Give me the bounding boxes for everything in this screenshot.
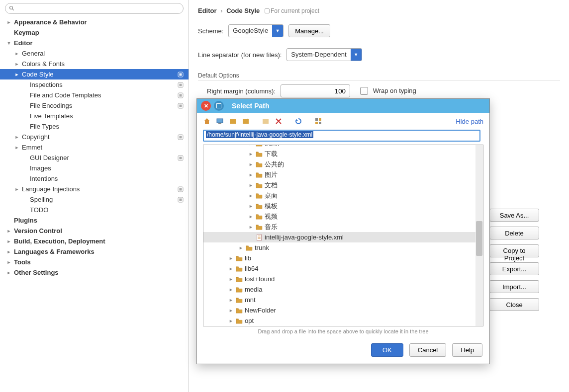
tree-twisty-icon[interactable]: ► xyxy=(14,187,20,192)
scrollbar[interactable] xyxy=(475,145,483,326)
close-icon[interactable]: ✕ xyxy=(201,101,211,111)
tree-twisty-icon[interactable]: ► xyxy=(248,193,254,198)
tree-twisty-icon[interactable]: ▼ xyxy=(6,41,12,46)
tree-twisty-icon[interactable]: ► xyxy=(248,225,254,230)
delete-button[interactable]: Delete xyxy=(489,227,539,239)
sidebar-item-other-settings[interactable]: ►Other Settings xyxy=(0,267,189,278)
tree-twisty-icon[interactable]: ► xyxy=(248,214,254,219)
tree-twisty-icon[interactable]: ► xyxy=(228,287,234,292)
file-tree-folder[interactable]: ►下载 xyxy=(203,149,483,159)
refresh-icon[interactable] xyxy=(294,117,302,125)
sidebar-item-gui-designer[interactable]: GUI Designer xyxy=(0,153,189,163)
sidebar-item-file-types[interactable]: File Types xyxy=(0,121,189,132)
tree-twisty-icon[interactable]: ► xyxy=(6,229,12,234)
tree-twisty-icon[interactable]: ► xyxy=(14,62,20,67)
tree-twisty-icon[interactable]: ► xyxy=(248,204,254,209)
sidebar-item-build-execution-deployment[interactable]: ►Build, Execution, Deployment xyxy=(0,236,189,246)
tree-twisty-icon[interactable]: ► xyxy=(228,277,234,282)
import-button[interactable]: Import... xyxy=(489,280,539,293)
file-tree-folder[interactable]: ►trunk xyxy=(203,145,483,149)
delete-icon[interactable] xyxy=(275,117,283,125)
file-tree[interactable]: ►trunk►下载►公共的►图片►文档►桌面►模板►视频►音乐intellij-… xyxy=(203,145,483,326)
manage-button[interactable]: Manage... xyxy=(288,24,330,37)
save-as-button[interactable]: Save As... xyxy=(489,209,539,222)
tree-twisty-icon[interactable]: ► xyxy=(6,260,12,265)
wrap-checkbox-wrapper[interactable]: Wrap on typing xyxy=(360,87,416,95)
tree-twisty-icon[interactable]: ► xyxy=(248,152,254,157)
sidebar-item-editor[interactable]: ▼Editor xyxy=(0,38,189,48)
file-tree-folder[interactable]: ►media xyxy=(203,284,483,295)
right-margin-input[interactable] xyxy=(281,84,350,97)
scrollbar-thumb[interactable] xyxy=(476,221,482,256)
tree-twisty-icon[interactable]: ► xyxy=(238,245,244,250)
sidebar-item-file-encodings[interactable]: File Encodings xyxy=(0,100,189,111)
breadcrumb-editor[interactable]: Editor xyxy=(198,7,217,14)
hide-path-link[interactable]: Hide path xyxy=(456,118,483,125)
tree-twisty-icon[interactable]: ► xyxy=(14,145,20,150)
ok-button[interactable]: OK xyxy=(371,343,403,357)
linesep-combo[interactable]: System-Dependent ▼ xyxy=(286,48,362,61)
sidebar-item-language-injections[interactable]: ►Language Injections xyxy=(0,184,189,194)
tree-twisty-icon[interactable]: ► xyxy=(248,162,254,167)
help-button[interactable]: Help xyxy=(452,343,482,357)
sidebar-item-plugins[interactable]: Plugins xyxy=(0,215,189,226)
dialog-titlebar[interactable]: ✕ Select Path xyxy=(197,99,489,113)
close-button[interactable]: Close xyxy=(489,298,539,311)
file-tree-folder[interactable]: ►音乐 xyxy=(203,222,483,232)
file-tree-folder[interactable]: ►lib xyxy=(203,253,483,263)
search-input[interactable] xyxy=(5,3,184,14)
file-tree-folder[interactable]: ►模板 xyxy=(203,201,483,211)
wrap-checkbox[interactable] xyxy=(360,87,368,95)
sidebar-item-images[interactable]: Images xyxy=(0,163,189,173)
tree-twisty-icon[interactable]: ► xyxy=(228,266,234,271)
desktop-icon[interactable] xyxy=(216,117,224,125)
tree-twisty-icon[interactable]: ► xyxy=(228,318,234,323)
sidebar-item-appearance-behavior[interactable]: ►Appearance & Behavior xyxy=(0,17,189,27)
copy-to-project-button[interactable]: Copy to Project xyxy=(489,244,539,257)
sidebar-item-colors-fonts[interactable]: ►Colors & Fonts xyxy=(0,59,189,69)
sidebar-item-live-templates[interactable]: Live Templates xyxy=(0,111,189,121)
sidebar-item-inspections[interactable]: Inspections xyxy=(0,79,189,90)
tree-twisty-icon[interactable]: ► xyxy=(228,298,234,303)
tree-twisty-icon[interactable]: ► xyxy=(248,145,254,146)
tree-twisty-icon[interactable]: ► xyxy=(248,183,254,188)
show-hidden-icon[interactable] xyxy=(314,117,322,125)
file-tree-folder[interactable]: ►trunk xyxy=(203,242,483,253)
file-tree-folder[interactable]: ►lost+found xyxy=(203,274,483,284)
sidebar-item-keymap[interactable]: Keymap xyxy=(0,27,189,38)
tree-twisty-icon[interactable]: ► xyxy=(14,51,20,56)
tree-twisty-icon[interactable]: ► xyxy=(14,72,20,77)
sidebar-item-general[interactable]: ►General xyxy=(0,48,189,59)
project-icon[interactable] xyxy=(229,117,237,125)
tree-twisty-icon[interactable]: ► xyxy=(6,20,12,25)
scheme-combo[interactable]: GoogleStyle ▼ xyxy=(228,24,284,37)
tree-twisty-icon[interactable]: ► xyxy=(14,135,20,140)
sidebar-item-languages-frameworks[interactable]: ►Languages & Frameworks xyxy=(0,246,189,257)
file-tree-folder[interactable]: ►mnt xyxy=(203,295,483,305)
file-tree-folder[interactable]: ►桌面 xyxy=(203,190,483,201)
sidebar-item-intentions[interactable]: Intentions xyxy=(0,173,189,184)
tree-twisty-icon[interactable]: ► xyxy=(228,308,234,313)
new-folder-icon[interactable]: + xyxy=(242,117,250,125)
sidebar-item-emmet[interactable]: ►Emmet xyxy=(0,142,189,153)
file-tree-folder[interactable]: ►公共的 xyxy=(203,159,483,169)
tree-twisty-icon[interactable]: ► xyxy=(248,172,254,177)
cancel-button[interactable]: Cancel xyxy=(409,343,446,357)
sidebar-item-version-control[interactable]: ►Version Control xyxy=(0,226,189,236)
export-button[interactable]: Export... xyxy=(489,262,539,275)
file-tree-folder[interactable]: ►lib64 xyxy=(203,263,483,274)
tree-twisty-icon[interactable]: ► xyxy=(228,256,234,261)
maximize-icon[interactable] xyxy=(214,101,224,111)
tree-twisty-icon[interactable]: ► xyxy=(6,270,12,275)
sidebar-item-code-style[interactable]: ►Code Style xyxy=(0,69,189,79)
tree-twisty-icon[interactable]: ► xyxy=(6,239,12,244)
file-tree-folder[interactable]: ►NewFolder xyxy=(203,305,483,315)
tree-twisty-icon[interactable]: ► xyxy=(6,249,12,254)
sidebar-item-spelling[interactable]: Spelling xyxy=(0,194,189,205)
sidebar-item-todo[interactable]: TODO xyxy=(0,205,189,215)
sidebar-item-tools[interactable]: ►Tools xyxy=(0,257,189,267)
new-folder-2-icon[interactable] xyxy=(262,117,270,125)
file-tree-folder[interactable]: ►图片 xyxy=(203,169,483,180)
file-tree-folder[interactable]: ►视频 xyxy=(203,211,483,222)
path-input[interactable]: /home/sunjf/intellij-java-google-style.x… xyxy=(203,130,480,142)
